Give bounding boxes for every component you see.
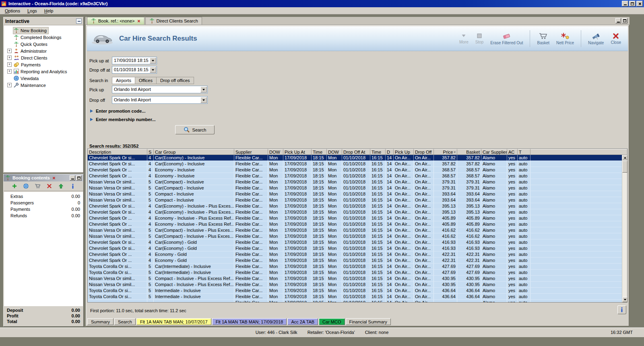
table-cell[interactable]: Mon	[327, 245, 342, 251]
table-cell[interactable]: 16:15	[370, 155, 386, 161]
table-cell[interactable]: Nissan Versa Or simil...	[88, 185, 147, 191]
table-cell[interactable]: Mon	[327, 179, 342, 185]
table-cell[interactable]: yes	[507, 276, 518, 281]
table-cell[interactable]: Mon	[268, 209, 283, 215]
table-cell[interactable]: On Air...	[394, 179, 414, 185]
table-row[interactable]: Chevrolet Spark Or ...4Economy - Inclusi…	[88, 221, 622, 227]
table-cell[interactable]: 16:15	[370, 227, 386, 233]
table-cell[interactable]: 422.31	[434, 257, 457, 263]
table-cell[interactable]: auto	[518, 270, 530, 275]
table-cell[interactable]: 17/09/2018	[283, 251, 312, 257]
table-row[interactable]: Chevrolet Spark Or si...4Car(Economy) - …	[88, 209, 622, 215]
pickup-combobox[interactable]: Orlando Intl Airport	[112, 86, 208, 93]
table-cell[interactable]: Mon	[327, 173, 342, 179]
table-cell[interactable]: 4	[147, 245, 154, 251]
table-cell[interactable]: 422.31	[457, 257, 481, 263]
table-row[interactable]: Nissan Versa Or simil...5Compact - Inclu…	[88, 276, 622, 282]
expand-icon[interactable]: +	[7, 49, 12, 53]
table-cell[interactable]: Mon	[327, 276, 342, 281]
table-cell[interactable]: 18:15	[312, 257, 327, 263]
table-cell[interactable]: 01/10/2018	[342, 257, 370, 263]
table-cell[interactable]: yes	[507, 185, 518, 191]
table-cell[interactable]: 5	[147, 227, 154, 233]
table-cell[interactable]: 17/09/2018	[283, 167, 312, 173]
table-cell[interactable]: On Air...	[394, 215, 414, 221]
table-cell[interactable]: 17/09/2018	[283, 264, 312, 269]
table-cell[interactable]: 01/10/2018	[342, 179, 370, 185]
table-cell[interactable]: Alamo	[481, 203, 507, 209]
table-cell[interactable]: 14	[386, 197, 394, 203]
table-cell[interactable]: 18:15	[312, 185, 327, 191]
table-cell[interactable]: 01/10/2018	[342, 264, 370, 269]
restore-panel-button[interactable]	[76, 175, 82, 181]
table-cell[interactable]: Flexible Car...	[234, 233, 268, 239]
table-cell[interactable]: Alamo	[481, 185, 507, 191]
table-cell[interactable]: Car(Economy) - Gold	[154, 239, 234, 245]
table-cell[interactable]: 393.64	[434, 191, 457, 197]
table-cell[interactable]: 14	[386, 203, 394, 209]
table-cell[interactable]: 01/10/2018	[342, 185, 370, 191]
table-cell[interactable]: Mon	[327, 264, 342, 269]
booking-content-row[interactable]: Refunds0.00	[4, 213, 83, 219]
table-cell[interactable]: Mon	[327, 215, 342, 221]
table-cell[interactable]: Mon	[268, 215, 283, 221]
table-cell[interactable]: 17/09/2018	[283, 276, 312, 281]
table-row[interactable]: Chevrolet Spark Or ...4Economy - Inclusi…	[88, 173, 622, 179]
table-cell[interactable]: Mon	[327, 227, 342, 233]
table-cell[interactable]: On Air...	[394, 161, 414, 167]
table-cell[interactable]: On Air...	[414, 155, 434, 161]
table-cell[interactable]: 01/10/2018	[342, 191, 370, 197]
table-cell[interactable]: 357.82	[457, 155, 481, 161]
table-cell[interactable]: Car(Intermediate) - Inclusive	[154, 264, 234, 269]
bottom-tab-financial-summary[interactable]: Financial Summary	[346, 318, 391, 325]
booking-content-row[interactable]: Payments0.00	[4, 206, 83, 213]
column-header-pick-up-at[interactable]: Pick Up At	[283, 149, 312, 155]
table-row[interactable]: Toyota Corolla Or si...5Car(Intermediate…	[88, 270, 622, 276]
table-cell[interactable]: On Air...	[394, 282, 414, 287]
table-cell[interactable]: 01/10/2018	[342, 245, 370, 251]
table-cell[interactable]: On Air...	[394, 197, 414, 203]
table-cell[interactable]: Car(Compact) - Inclusive	[154, 179, 234, 185]
table-cell[interactable]: 18:15	[312, 191, 327, 197]
expand-icon[interactable]: +	[7, 83, 12, 87]
table-cell[interactable]: Mon	[327, 161, 342, 167]
search-in-airports[interactable]: Airports	[112, 77, 135, 84]
table-cell[interactable]: auto	[518, 209, 530, 215]
table-cell[interactable]: 17/09/2018	[283, 270, 312, 275]
table-cell[interactable]: 4	[147, 155, 154, 161]
table-cell[interactable]: 17/09/2018	[283, 221, 312, 227]
table-cell[interactable]: Toyota Corolla Or si...	[88, 288, 147, 293]
table-cell[interactable]: yes	[507, 203, 518, 209]
table-cell[interactable]: 01/10/2018	[342, 197, 370, 203]
table-cell[interactable]: Mon	[268, 161, 283, 167]
table-cell[interactable]: auto	[518, 191, 530, 197]
table-cell[interactable]: auto	[518, 282, 530, 287]
table-cell[interactable]: 357.82	[434, 161, 457, 167]
column-header-drop-off-at[interactable]: Drop Off At	[342, 149, 370, 155]
table-cell[interactable]: Intermediate - Inclusive	[154, 288, 234, 293]
table-cell[interactable]: Flexible Car...	[234, 215, 268, 221]
table-cell[interactable]: Nissan Versa Or simil...	[88, 197, 147, 203]
table-cell[interactable]: On Air...	[414, 239, 434, 245]
table-cell[interactable]: Chevrolet Spark Or ...	[88, 221, 147, 227]
table-cell[interactable]: Compact - Inclusive	[154, 191, 234, 197]
table-cell[interactable]: Mon	[327, 221, 342, 227]
table-cell[interactable]: 416.93	[434, 245, 457, 251]
table-cell[interactable]: Alamo	[481, 300, 507, 302]
table-cell[interactable]: 16:15	[370, 197, 386, 203]
table-cell[interactable]: Car(Economy) - Gold	[154, 245, 234, 251]
column-header-price[interactable]: Price▾	[434, 149, 457, 155]
table-row[interactable]: Nissan Versa Or simil...5Car(Compact) - …	[88, 227, 622, 233]
table-cell[interactable]: Mon	[327, 191, 342, 197]
navigate-button[interactable]: Navigate	[585, 31, 607, 46]
table-cell[interactable]: 18:15	[312, 239, 327, 245]
table-cell[interactable]: On Air...	[414, 191, 434, 197]
table-cell[interactable]: 14	[386, 300, 394, 302]
table-cell[interactable]: Mon	[327, 294, 342, 299]
table-cell[interactable]: 14	[386, 282, 394, 287]
menu-options[interactable]: Options	[2, 8, 23, 14]
table-cell[interactable]: 16:15	[370, 167, 386, 173]
table-cell[interactable]: Chevrolet Spark Or ...	[88, 257, 147, 263]
chevron-down-icon[interactable]	[200, 86, 207, 93]
table-cell[interactable]: Alamo	[481, 245, 507, 251]
